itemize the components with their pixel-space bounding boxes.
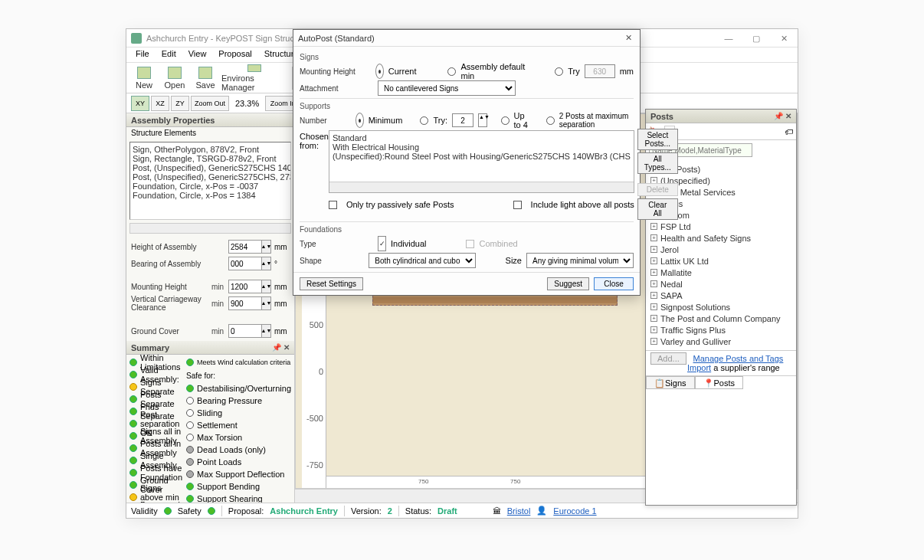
tag-icon[interactable]: 🏷 — [785, 127, 793, 136]
expand-icon[interactable]: + — [650, 257, 657, 264]
posts-panel-header[interactable]: Posts📌 ✕ — [646, 110, 796, 123]
import-link[interactable]: Import — [687, 363, 711, 372]
view-xy-button[interactable]: XY — [131, 96, 149, 111]
add-post-button[interactable]: Add... — [650, 352, 686, 365]
radio-try[interactable] — [555, 67, 563, 76]
expand-icon[interactable]: + — [650, 246, 657, 253]
tree-item[interactable]: +Traffic Signs Plus — [650, 324, 791, 336]
save-button[interactable]: Save — [191, 64, 220, 92]
tree-item[interactable]: +Nedal — [650, 278, 791, 290]
list-item[interactable]: (Unspecified):Round Steel Post with Hous… — [333, 152, 631, 161]
dialog-titlebar[interactable]: AutoPost (Standard) ✕ — [293, 30, 640, 47]
num-try-input[interactable] — [452, 113, 473, 127]
spinner[interactable]: ▲▼ — [262, 257, 271, 270]
scrollbar[interactable] — [329, 182, 634, 192]
manage-posts-link[interactable]: Manage Posts and Tags — [693, 354, 784, 363]
status-dot — [186, 409, 194, 417]
expand-icon[interactable]: + — [650, 338, 657, 345]
all-types-button[interactable]: All Types... — [637, 152, 678, 174]
location-link[interactable]: Bristol — [507, 506, 531, 516]
expand-icon[interactable]: + — [650, 326, 657, 333]
list-item[interactable]: Sign, OtherPolygon, 878V2, Front — [133, 145, 288, 154]
open-button[interactable]: Open — [160, 64, 189, 92]
radio-2max[interactable] — [546, 116, 555, 125]
height-input[interactable] — [228, 240, 262, 254]
tree-item[interactable]: +Mallatite — [650, 267, 791, 278]
close-dialog-button[interactable]: Close — [594, 277, 634, 290]
menu-file[interactable]: File — [129, 47, 156, 62]
try-value-input[interactable] — [585, 64, 615, 78]
menu-edit[interactable]: Edit — [156, 47, 182, 62]
reset-settings-button[interactable]: Reset Settings — [300, 277, 363, 290]
tree-item[interactable]: +Lattix UK Ltd — [650, 255, 791, 267]
radio-minimum[interactable] — [356, 113, 364, 128]
structure-elements-list[interactable]: Sign, OtherPolygon, 878V2, Front Sign, R… — [129, 142, 291, 220]
suggest-button[interactable]: Suggest — [547, 277, 589, 290]
include-light-checkbox[interactable] — [513, 201, 522, 209]
close-window-button[interactable]: ✕ — [770, 29, 798, 47]
design-code-link[interactable]: Eurocode 1 — [553, 506, 596, 516]
menu-view[interactable]: View — [182, 47, 213, 62]
passive-safe-checkbox[interactable] — [329, 201, 337, 209]
expand-icon[interactable]: + — [650, 315, 657, 322]
tab-posts[interactable]: 📍Posts — [695, 376, 744, 389]
bearing-input[interactable] — [228, 257, 262, 270]
tree-item[interactable]: +Jerol — [650, 244, 791, 255]
tree-item[interactable]: +SAPA — [650, 290, 791, 301]
safety-dot — [208, 507, 215, 515]
panel-close-icon[interactable]: 📌 ✕ — [774, 112, 791, 120]
expand-icon[interactable]: + — [650, 292, 657, 299]
zoom-out-button[interactable]: Zoom Out — [191, 96, 229, 111]
scrollbar[interactable] — [129, 223, 291, 234]
spinner[interactable]: ▲▼ — [262, 324, 271, 338]
expand-icon[interactable]: + — [650, 223, 657, 230]
tree-item[interactable]: +FSP Ltd — [650, 221, 791, 232]
maximize-button[interactable]: ▢ — [742, 29, 770, 47]
menu-proposal[interactable]: Proposal — [212, 47, 257, 62]
spinner[interactable]: ▲▼ — [262, 296, 271, 310]
radio-current[interactable] — [375, 64, 384, 79]
spinner[interactable]: ▲▼ — [262, 280, 271, 293]
tab-signs[interactable]: 📋Signs — [646, 376, 695, 389]
list-item[interactable]: Foundation, Circle, x-Pos = 1384 — [133, 191, 288, 200]
list-item[interactable]: Sign, Rectangle, TSRGD-878v2, Front — [133, 154, 288, 163]
ground-cover-input[interactable] — [228, 324, 262, 338]
select-posts-button[interactable]: Select Posts... — [637, 129, 678, 150]
chosen-posts-list[interactable]: Standard With Electrical Housing (Unspec… — [329, 130, 634, 193]
panel-pin-icon[interactable]: 📌 ✕ — [272, 343, 290, 352]
save-icon — [198, 67, 212, 79]
expand-icon[interactable]: + — [650, 303, 657, 310]
list-item[interactable]: Post, (Unspecified), GenericS275CHS, 273… — [133, 172, 288, 182]
radio-default-min[interactable] — [447, 67, 456, 76]
new-button[interactable]: New — [129, 64, 159, 92]
minimize-button[interactable]: — — [715, 29, 742, 47]
attachment-select[interactable]: No cantilevered Signs — [378, 80, 516, 96]
tree-item[interactable]: +Health and Safety Signs — [650, 232, 791, 244]
spinner[interactable]: ▲▼ — [262, 240, 271, 254]
expand-icon[interactable]: + — [650, 269, 657, 276]
tree-item[interactable]: +Varley and Gulliver — [650, 336, 791, 347]
spinner[interactable]: ▲▼ — [478, 113, 487, 127]
list-item[interactable]: With Electrical Housing — [333, 142, 631, 152]
clearance-input[interactable] — [228, 296, 262, 310]
view-zy-button[interactable]: ZY — [171, 96, 189, 111]
mounting-height-input[interactable] — [228, 280, 262, 293]
expand-icon[interactable]: + — [650, 280, 657, 287]
tree-item[interactable]: +Signpost Solutions — [650, 301, 791, 313]
tree-item[interactable]: +The Post and Column Company — [650, 313, 791, 324]
list-item[interactable]: Standard — [333, 133, 631, 142]
clear-all-button[interactable]: Clear All — [637, 198, 678, 220]
size-select[interactable]: Any giving minimal volume — [526, 253, 634, 268]
radio-upto4[interactable] — [501, 116, 510, 125]
dialog-close-button[interactable]: ✕ — [621, 31, 635, 45]
status-dot — [129, 481, 137, 489]
radio-num-try[interactable] — [420, 116, 428, 125]
shape-select[interactable]: Both cylindrical and cuboid — [369, 253, 476, 268]
delete-button[interactable]: Delete — [637, 183, 678, 196]
view-xz-button[interactable]: XZ — [151, 96, 169, 111]
expand-icon[interactable]: + — [650, 234, 657, 241]
individual-checkbox[interactable] — [378, 236, 386, 251]
environs-manager-button[interactable]: Environs Manager — [221, 64, 287, 92]
list-item[interactable]: Post, (Unspecified), GenericS275CHS 140W… — [133, 163, 288, 172]
list-item[interactable]: Foundation, Circle, x-Pos = -0037 — [133, 182, 288, 191]
